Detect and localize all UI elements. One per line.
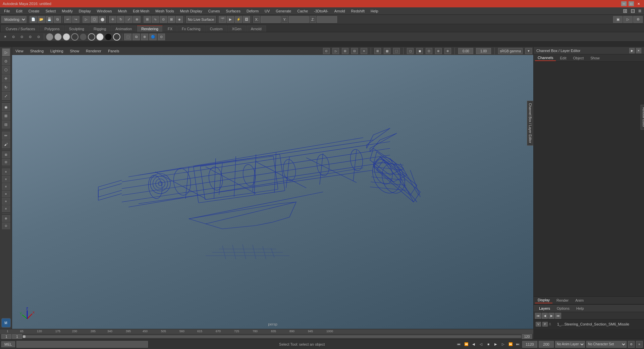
layers-fastforward-button[interactable]: ⏭	[555, 313, 561, 319]
layer-3-lt[interactable]: ≡	[2, 183, 10, 190]
menu-surfaces[interactable]: Surfaces	[223, 8, 243, 14]
minimize-button[interactable]: ─	[621, 1, 627, 6]
timeline-ruler[interactable]: 1 65 120 175 230 285 340 395 450 505 560…	[0, 329, 533, 334]
select-tool-lt[interactable]: ▷	[2, 48, 10, 56]
vp-grid-3[interactable]: ⬚	[393, 48, 400, 54]
range-end-input[interactable]	[522, 334, 532, 339]
ipr-render-button[interactable]: ⚡	[235, 16, 242, 23]
menu-arnold[interactable]: Arnold	[332, 8, 348, 14]
vp-shading-3[interactable]: ⊡	[426, 48, 432, 54]
shelf-icon-3[interactable]: ⊙	[18, 34, 25, 40]
current-frame-input[interactable]	[1, 334, 11, 339]
snap-point-button[interactable]: ⊙	[160, 16, 167, 23]
layers-tab-options[interactable]: Options	[554, 306, 572, 311]
layers-tab-layers[interactable]: Layers	[536, 306, 553, 311]
tab-polygons[interactable]: Polygons	[40, 26, 64, 32]
layer-6-lt[interactable]: ≡	[2, 205, 10, 212]
menu-generate[interactable]: Generate	[273, 8, 294, 14]
range-start-input[interactable]	[12, 334, 22, 339]
lasso-select-button[interactable]: ⬡	[91, 16, 98, 23]
tab-arnold[interactable]: Arnold	[247, 26, 266, 32]
layers-rewind-button[interactable]: ⏮	[535, 313, 541, 319]
vp-shading-2[interactable]: ◼	[416, 48, 423, 54]
viewport-menu-view[interactable]: View	[13, 49, 25, 53]
shelf-icon-6[interactable]: ⬚	[124, 34, 131, 40]
attribute-editor-tab[interactable]: Attribute Editor	[641, 105, 644, 130]
snap-grid-button[interactable]: ⊞	[144, 16, 151, 23]
rp-tab-render[interactable]: Render	[554, 298, 571, 303]
menu-windows[interactable]: Windows	[94, 8, 115, 14]
time-start-input[interactable]	[522, 341, 537, 348]
shelf-icon-4[interactable]: ⊙	[26, 34, 34, 40]
sculpt-lt[interactable]: ✏	[2, 132, 10, 140]
pb-play-back[interactable]: ◁	[478, 341, 484, 347]
rp-tab-edit[interactable]: Edit	[557, 55, 569, 61]
vp-grid-2[interactable]: ▦	[384, 48, 390, 54]
menu-file[interactable]: File	[1, 8, 13, 14]
move-lt[interactable]: ✛	[2, 74, 10, 83]
vp-tool-3[interactable]: ⊞	[342, 48, 348, 54]
timeline-settings-button[interactable]: ≡	[636, 341, 643, 348]
workspace-selector[interactable]: Modeling	[1, 16, 26, 23]
snap-1-lt[interactable]: ⊞	[2, 151, 10, 158]
rp-tab-show[interactable]: Show	[588, 55, 602, 61]
tab-rigging[interactable]: Rigging	[89, 26, 110, 32]
scale-tool-button[interactable]: ⤢	[125, 16, 132, 23]
vp-far-clip[interactable]	[476, 48, 491, 54]
redo-button[interactable]: ↪	[72, 16, 79, 23]
universal-manipulator-button[interactable]: ⊕	[133, 16, 141, 23]
shelf-icon-1[interactable]: ☀	[1, 34, 9, 40]
pb-next-key[interactable]: ⏩	[507, 341, 514, 347]
menu-edit[interactable]: Edit	[13, 8, 25, 14]
anim-layer-selector[interactable]: No Anim Layer	[555, 341, 585, 348]
pb-next-frame[interactable]: ▷	[500, 341, 506, 347]
layer-p-toggle[interactable]: P	[542, 322, 548, 327]
layers-back-button[interactable]: ◀	[542, 313, 548, 319]
viewport-3d[interactable]: X Y Z persp	[12, 55, 533, 329]
menu-mesh[interactable]: Mesh	[115, 8, 129, 14]
shelf-icon-2[interactable]: ⊙	[10, 34, 17, 40]
rp-tab-object[interactable]: Object	[570, 55, 586, 61]
maximize-button[interactable]: □	[629, 1, 634, 6]
vp-tool-2[interactable]: ▷	[332, 48, 339, 54]
save-file-button[interactable]: 💾	[46, 16, 53, 23]
viewport-menu-panels[interactable]: Panels	[106, 49, 121, 53]
menu-3dto-all[interactable]: -3DtoAll-	[311, 8, 331, 14]
menu-mesh-display[interactable]: Mesh Display	[177, 8, 205, 14]
tab-fx-caching[interactable]: Fx Caching	[177, 26, 205, 32]
vp-tool-5[interactable]: ≡	[361, 48, 367, 54]
menu-uv[interactable]: UV	[262, 8, 272, 14]
menu-mesh-tools[interactable]: Mesh Tools	[153, 8, 176, 14]
rp-collapse-button[interactable]: ▶	[629, 48, 635, 53]
viewport-menu-renderer[interactable]: Renderer	[84, 49, 103, 53]
pb-stop[interactable]: ■	[485, 341, 491, 347]
layer-4-lt[interactable]: ≡	[2, 191, 10, 197]
hide-lt[interactable]: ⊟	[2, 120, 10, 129]
snap-2-lt[interactable]: ⊟	[2, 159, 10, 165]
rp-close-button[interactable]: ✕	[636, 48, 641, 53]
snap-4-lt[interactable]: ⊙	[2, 222, 10, 229]
select-tool-button[interactable]: ▷	[83, 16, 90, 23]
x-input[interactable]	[261, 16, 281, 23]
show-render-button[interactable]: 🖼	[243, 16, 250, 23]
vp-near-clip[interactable]	[458, 48, 473, 54]
pb-prev-key[interactable]: ⏪	[463, 341, 469, 347]
menu-select[interactable]: Select	[43, 8, 59, 14]
soft-select-lt[interactable]: ◉	[2, 103, 10, 111]
vp-grid-1[interactable]: ⊞	[374, 48, 381, 54]
close-button[interactable]: ✕	[636, 1, 641, 6]
open-file-button[interactable]: 📂	[38, 16, 45, 23]
script-input[interactable]	[16, 341, 148, 348]
layer-2-lt[interactable]: ≡	[2, 176, 10, 183]
layer-row[interactable]: V P /\ 1_...Steering_Control_Section_SM6…	[534, 320, 643, 328]
playback-range-bar[interactable]	[23, 335, 521, 338]
snap-live-button[interactable]: ◈	[176, 16, 183, 23]
layers-forward-button[interactable]: ▶	[548, 313, 554, 319]
z-input[interactable]	[317, 16, 337, 23]
script-lang-selector[interactable]: MEL	[1, 341, 15, 347]
arnold-settings-button[interactable]: ⚙	[633, 16, 643, 23]
shelf-icon-5[interactable]: ⊙	[35, 34, 42, 40]
shelf-icon-10[interactable]: ⊙	[158, 34, 165, 40]
time-end-input[interactable]	[539, 341, 554, 348]
viewport-menu-shading[interactable]: Shading	[28, 49, 46, 53]
